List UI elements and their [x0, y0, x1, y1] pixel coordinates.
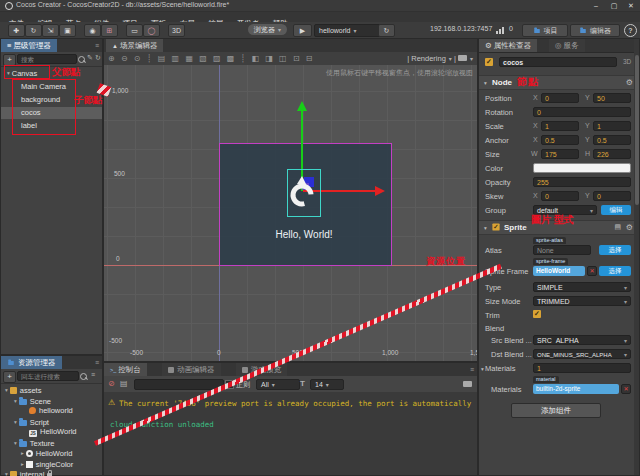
atlas-field[interactable]: None: [533, 245, 591, 255]
panel-menu-icon[interactable]: ≡: [470, 363, 474, 376]
rotate-tool-button[interactable]: ↻: [25, 24, 42, 37]
node-name-field[interactable]: cocos: [499, 57, 617, 67]
scene-tool-icons[interactable]: ⊕ ⊖ ⊙ ┊ ▤ ▥ ▦ ▧ ▨ ▩ ┊ ◧ ◨ ◫ ⊡ ⊟: [108, 52, 315, 65]
size-mode-dropdown[interactable]: TRIMMED: [533, 296, 631, 306]
size-h-field[interactable]: 226: [593, 149, 631, 159]
sprite-frame-field[interactable]: HelloWorld: [533, 266, 585, 276]
cocos-logo-sprite[interactable]: [289, 173, 317, 211]
position-y-field[interactable]: 50: [593, 93, 631, 103]
open-editor-button[interactable]: 编辑器: [570, 24, 620, 37]
help-button[interactable]: ?: [624, 24, 637, 37]
asset-row-scene-folder[interactable]: ▾Scene: [1, 396, 102, 407]
search-icon[interactable]: [78, 56, 85, 63]
expander-icon[interactable]: ▾: [5, 471, 8, 476]
copy-component-icon[interactable]: ▤: [614, 223, 621, 231]
node-3d-toggle[interactable]: 3D: [623, 58, 631, 65]
tab-service[interactable]: ◎服务: [549, 39, 585, 52]
opacity-field[interactable]: 255: [533, 177, 631, 187]
tab-hierarchy[interactable]: ≡层级管理器: [1, 39, 57, 52]
console-log-area[interactable]: ⚠ The current '7456' preview port is alr…: [104, 392, 477, 475]
maximize-button[interactable]: ▢: [606, 0, 622, 11]
expander-icon[interactable]: ▾: [14, 398, 17, 404]
tab-assets[interactable]: 资源管理器: [1, 356, 62, 369]
scene-viewport[interactable]: 使用鼠标右键平移视窗焦点，使用滚轮缩放视图 1,000 500 0 -500 -…: [104, 65, 477, 361]
log-level-dropdown[interactable]: All▾: [256, 379, 300, 390]
create-asset-button[interactable]: +: [3, 371, 16, 383]
material-field[interactable]: builtin-2d-sprite: [533, 384, 619, 394]
coord-toggle-button[interactable]: ⊞: [101, 24, 118, 37]
tab-scene-editor[interactable]: ▲场景编辑器: [106, 39, 163, 52]
src-blend-dropdown[interactable]: SRC_ALPHA: [533, 335, 631, 345]
size-w-field[interactable]: 175: [541, 149, 579, 159]
asset-row-singlecolor-texture[interactable]: ▸singleColor: [1, 459, 102, 470]
sprite-enabled-checkbox[interactable]: ✓: [492, 223, 499, 230]
refresh-button[interactable]: ↻: [378, 24, 395, 37]
rotation-field[interactable]: 0: [533, 107, 631, 117]
expander-icon[interactable]: ▸: [21, 450, 24, 456]
sort-icon[interactable]: ≡: [91, 371, 95, 378]
search-icon[interactable]: [80, 373, 87, 380]
node-active-checkbox[interactable]: ✓: [485, 58, 493, 66]
skew-y-field[interactable]: 0: [593, 191, 631, 201]
console-filter-input[interactable]: [134, 379, 224, 390]
gear-icon[interactable]: ⚙: [626, 78, 633, 87]
play-button[interactable]: ▶: [293, 24, 312, 37]
tab-properties[interactable]: ⚙属性检查器: [479, 39, 537, 52]
gizmo-circle-button[interactable]: ◯: [143, 24, 160, 37]
anchor-x-field[interactable]: 0.5: [541, 135, 579, 145]
screenshot-icon[interactable]: [463, 381, 472, 387]
hierarchy-search-input[interactable]: [17, 54, 77, 64]
skew-x-field[interactable]: 0: [541, 191, 579, 201]
scale-y-field[interactable]: 1: [593, 121, 631, 131]
asset-row-internal[interactable]: ▾internal: [1, 469, 102, 476]
collapse-log-icon[interactable]: ▤: [120, 379, 128, 388]
add-component-button[interactable]: 添加组件: [511, 403, 601, 418]
expander-icon[interactable]: ▾: [14, 419, 17, 425]
rect-tool-button[interactable]: ▣: [59, 24, 76, 37]
asset-row-helloworld-texture[interactable]: ▸HelloWorld: [1, 448, 102, 459]
rendering-dropdown[interactable]: Rendering: [411, 54, 446, 63]
scale-tool-button[interactable]: ⇲: [42, 24, 59, 37]
clear-sprite-frame-button[interactable]: ✕: [587, 266, 597, 276]
expander-icon[interactable]: ▾: [484, 80, 487, 86]
asset-row-texture-folder[interactable]: ▾Texture: [1, 438, 102, 449]
close-button[interactable]: ✕: [623, 0, 639, 11]
position-x-field[interactable]: 0: [541, 93, 579, 103]
choose-sprite-frame-button[interactable]: 选择: [599, 266, 631, 276]
panel-menu-icon[interactable]: ≡: [95, 356, 99, 369]
panel-menu-icon[interactable]: ≡: [95, 39, 99, 52]
node-section-header[interactable]: ▾ Node ⚙: [479, 75, 639, 90]
pivot-toggle-button[interactable]: ◉: [84, 24, 101, 37]
camera-icon[interactable]: [458, 55, 467, 61]
materials-count-field[interactable]: 1: [533, 363, 631, 373]
mode-3d-button[interactable]: 3D: [168, 24, 185, 37]
clear-material-button[interactable]: ✕: [621, 384, 631, 394]
edit-group-button[interactable]: 编辑: [601, 205, 631, 215]
expander-icon[interactable]: ▾: [5, 387, 8, 393]
assets-search-input[interactable]: [17, 371, 79, 381]
gear-icon[interactable]: ⚙: [626, 223, 633, 232]
edit-icon[interactable]: ✎: [87, 54, 93, 62]
asset-row-script-folder[interactable]: ▾Script: [1, 417, 102, 428]
trim-checkbox[interactable]: ✓: [533, 310, 541, 318]
scale-x-field[interactable]: 1: [541, 121, 579, 131]
preview-target-dropdown[interactable]: 浏览器▾: [248, 24, 287, 35]
anchor-y-field[interactable]: 0.5: [593, 135, 631, 145]
open-project-button[interactable]: 项目: [522, 24, 568, 37]
expander-icon[interactable]: ▾: [484, 225, 487, 231]
minimize-button[interactable]: –: [588, 0, 604, 11]
asset-row-helloworld-script[interactable]: JSHelloWorld: [1, 427, 102, 437]
inspector-scrollbar[interactable]: [634, 39, 639, 475]
move-tool-button[interactable]: ✚: [8, 24, 25, 37]
color-swatch[interactable]: [533, 163, 631, 173]
scene-select-dropdown[interactable]: helloworld▾: [314, 24, 382, 37]
refresh-icon[interactable]: ↻: [95, 54, 101, 62]
expander-icon[interactable]: ▸: [21, 461, 24, 467]
font-size-dropdown[interactable]: 14▾: [310, 379, 344, 390]
scrollbar-thumb[interactable]: [635, 55, 639, 205]
tab-animation-editor[interactable]: 动画编辑器: [162, 363, 221, 376]
clear-console-icon[interactable]: ⊘: [108, 379, 115, 388]
dst-blend-dropdown[interactable]: ONE_MINUS_SRC_ALPHA: [533, 349, 631, 359]
expander-icon[interactable]: ▾: [14, 440, 17, 446]
asset-row-assets[interactable]: ▾assets: [1, 385, 102, 396]
